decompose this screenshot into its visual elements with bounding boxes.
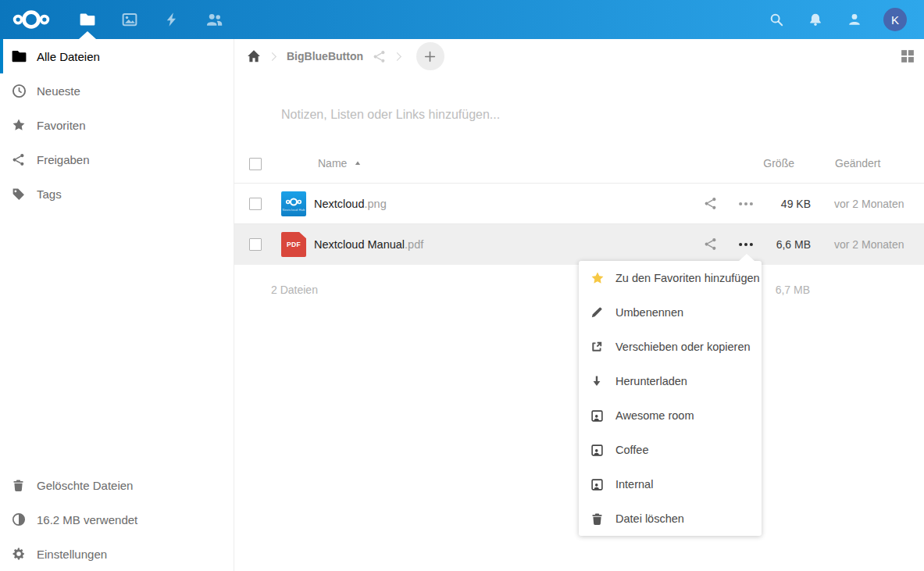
sidebar-item-label: Gelöschte Dateien xyxy=(37,479,133,492)
move-icon xyxy=(590,341,605,353)
menu-item-label: Internal xyxy=(615,478,653,491)
sidebar-item-favorites[interactable]: Favoriten xyxy=(0,108,234,142)
clock-icon xyxy=(12,84,27,98)
menu-item-room-internal[interactable]: Internal xyxy=(579,467,762,501)
sidebar-item-recent[interactable]: Neueste xyxy=(0,73,234,108)
header: K xyxy=(0,0,924,39)
pencil-icon xyxy=(590,306,605,319)
home-icon[interactable] xyxy=(247,49,261,63)
sidebar-footer: Gelöschte Dateien16.2 MB verwendetEinste… xyxy=(0,468,234,571)
select-all-checkbox[interactable] xyxy=(249,158,262,170)
search-icon xyxy=(769,12,783,27)
header-actions: K xyxy=(757,0,924,39)
menu-item-download[interactable]: Herunterladen xyxy=(579,364,762,398)
menu-item-rename[interactable]: Umbenennen xyxy=(579,295,762,330)
app-contacts[interactable] xyxy=(193,0,235,39)
share-folder-icon[interactable] xyxy=(373,50,386,63)
file-count-summary: 2 Dateien xyxy=(271,284,318,296)
user-avatar[interactable]: K xyxy=(883,8,907,31)
menu-item-label: Datei löschen xyxy=(615,512,684,525)
photos-icon xyxy=(122,12,137,27)
pdf-badge-label: PDF xyxy=(287,241,301,248)
total-size-summary: 6,7 MB xyxy=(776,284,810,296)
notes-workspace-input[interactable]: Notizen, Listen oder Links hinzufügen... xyxy=(281,108,500,122)
room-icon xyxy=(590,409,605,423)
file-basename: Nextcloud Manual xyxy=(314,238,405,251)
file-actions-context-menu: Zu den Favoriten hinzufügenUmbenennenVer… xyxy=(579,261,762,536)
file-name[interactable]: Nextcloud.png xyxy=(314,184,387,224)
column-header-size[interactable]: Größe xyxy=(763,157,794,170)
pdf-file-icon: PDF xyxy=(281,232,306,257)
menu-item-move-or-copy[interactable]: Verschieben oder kopieren xyxy=(579,330,762,364)
file-basename: Nextcloud xyxy=(314,198,364,210)
png-thumbnail: Nextcloud Hub xyxy=(281,191,306,216)
menu-item-room-awesome[interactable]: Awesome room xyxy=(579,398,762,433)
contacts-menu-button[interactable] xyxy=(835,0,874,39)
star-icon xyxy=(590,271,605,285)
contacts-icon xyxy=(206,12,223,28)
menu-item-label: Zu den Favoriten hinzufügen xyxy=(615,272,760,284)
sort-ascending-icon xyxy=(354,159,362,167)
menu-item-label: Awesome room xyxy=(615,409,694,422)
nextcloud-logo[interactable] xyxy=(11,8,52,31)
star-icon xyxy=(12,118,27,132)
sidebar-item-quota[interactable]: 16.2 MB verwendet xyxy=(0,502,234,537)
search-button[interactable] xyxy=(757,0,796,39)
breadcrumb-folder[interactable]: BigBlueButton xyxy=(287,50,363,62)
room-icon xyxy=(590,478,605,491)
sidebar-item-shares[interactable]: Freigaben xyxy=(0,142,234,177)
column-header-modified[interactable]: Geändert xyxy=(835,157,880,170)
share-icon[interactable] xyxy=(704,197,717,210)
row-checkbox[interactable] xyxy=(249,198,262,210)
active-app-pointer-icon xyxy=(79,31,96,39)
file-extension: .png xyxy=(364,198,386,210)
sidebar-item-trashbin[interactable]: Gelöschte Dateien xyxy=(0,468,234,502)
sidebar-item-tags[interactable]: Tags xyxy=(0,177,234,211)
download-icon xyxy=(590,375,605,387)
person-icon xyxy=(847,12,862,27)
thumbnail-caption: Nextcloud Hub xyxy=(283,208,305,212)
gear-icon xyxy=(12,547,27,561)
file-row[interactable]: Nextcloud HubNextcloud.png49 KBvor 2 Mon… xyxy=(234,184,924,224)
sidebar-item-all-files[interactable]: Alle Dateien xyxy=(0,39,234,73)
avatar-letter: K xyxy=(891,13,899,27)
chevron-right-icon xyxy=(393,51,405,62)
column-name-label: Name xyxy=(318,157,347,170)
grid-view-toggle[interactable] xyxy=(901,49,915,63)
app-photos[interactable] xyxy=(109,0,151,39)
menu-item-room-coffee[interactable]: Coffee xyxy=(579,433,762,467)
file-name[interactable]: Nextcloud Manual.pdf xyxy=(314,224,423,265)
menu-item-add-to-favorites[interactable]: Zu den Favoriten hinzufügen xyxy=(579,261,762,295)
tag-icon xyxy=(12,187,27,201)
sidebar-item-label: Favoriten xyxy=(37,119,86,132)
actions-menu-icon[interactable] xyxy=(737,195,755,212)
nextcloud-logo-icon xyxy=(284,197,303,207)
notifications-button[interactable] xyxy=(796,0,835,39)
column-header-name[interactable]: Name xyxy=(318,157,362,170)
menu-item-delete-file[interactable]: Datei löschen xyxy=(579,501,762,536)
sidebar-item-label: Einstellungen xyxy=(37,548,107,561)
sidebar-item-label: Neueste xyxy=(37,84,80,98)
file-list: Nextcloud HubNextcloud.png49 KBvor 2 Mon… xyxy=(234,184,924,265)
new-file-button[interactable] xyxy=(416,42,444,70)
share-icon xyxy=(12,153,27,166)
file-row[interactable]: PDFNextcloud Manual.pdf6,6 MBvor 2 Monat… xyxy=(234,224,924,265)
trash-icon xyxy=(12,479,27,492)
sidebar-item-label: Alle Dateien xyxy=(37,50,100,63)
sidebar-nav: Alle DateienNeuesteFavoritenFreigabenTag… xyxy=(0,39,234,211)
sidebar-item-settings[interactable]: Einstellungen xyxy=(0,537,234,571)
file-list-header: Name Größe Geändert xyxy=(234,145,924,184)
chevron-right-icon xyxy=(268,51,280,62)
file-size: 6,6 MB xyxy=(776,224,811,265)
sidebar-item-label: Tags xyxy=(37,187,62,201)
actions-menu-icon[interactable] xyxy=(737,236,755,253)
breadcrumb: BigBlueButton xyxy=(234,39,924,73)
bell-icon xyxy=(808,12,822,27)
room-icon xyxy=(590,444,605,457)
share-icon[interactable] xyxy=(704,237,717,251)
app-activity[interactable] xyxy=(151,0,193,39)
file-modified: vor 2 Monaten xyxy=(834,224,904,265)
folder-icon xyxy=(80,12,95,27)
sidebar: Alle DateienNeuesteFavoritenFreigabenTag… xyxy=(0,39,234,571)
row-checkbox[interactable] xyxy=(249,238,262,251)
